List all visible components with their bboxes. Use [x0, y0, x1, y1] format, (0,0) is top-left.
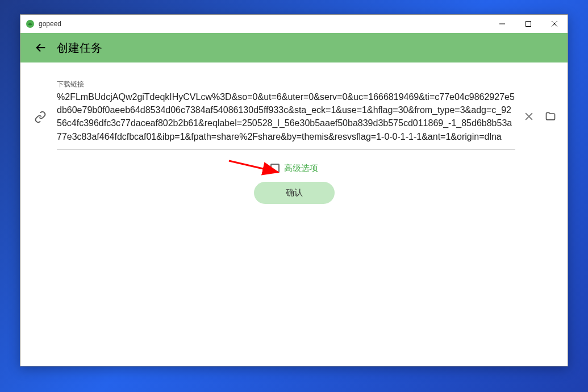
page-title: 创建任务 — [57, 40, 102, 56]
maximize-button[interactable] — [515, 15, 541, 33]
window-controls — [489, 15, 568, 33]
svg-rect-2 — [526, 22, 531, 27]
app-window: gopeed 创建任务 — [20, 14, 568, 366]
titlebar: gopeed — [20, 15, 568, 33]
app-title: gopeed — [39, 20, 489, 28]
clear-button[interactable] — [523, 111, 535, 122]
advanced-checkbox[interactable] — [270, 164, 280, 173]
content-area: 下载链接 %2FLmBUdcjAQw2giTdeqkIHyCVLcw%3D&so… — [20, 62, 568, 221]
url-input-row: 下载链接 %2FLmBUdcjAQw2giTdeqkIHyCVLcw%3D&so… — [32, 80, 556, 149]
back-button[interactable] — [30, 36, 52, 59]
header-bar: 创建任务 — [20, 33, 568, 62]
folder-button[interactable] — [545, 111, 556, 122]
app-logo-icon — [25, 19, 35, 29]
options-row: 高级选项 — [32, 163, 556, 174]
close-button[interactable] — [541, 15, 568, 33]
url-input[interactable]: %2FLmBUdcjAQw2giTdeqkIHyCVLcw%3D&so=0&ut… — [57, 90, 515, 149]
input-actions — [523, 80, 556, 122]
confirm-row: 确认 — [32, 182, 556, 204]
url-input-wrap[interactable]: 下载链接 %2FLmBUdcjAQw2giTdeqkIHyCVLcw%3D&so… — [57, 80, 515, 149]
confirm-button[interactable]: 确认 — [254, 182, 335, 204]
minimize-button[interactable] — [489, 15, 515, 33]
url-label: 下载链接 — [57, 80, 515, 89]
link-icon — [32, 80, 49, 123]
advanced-options-label[interactable]: 高级选项 — [284, 163, 318, 174]
